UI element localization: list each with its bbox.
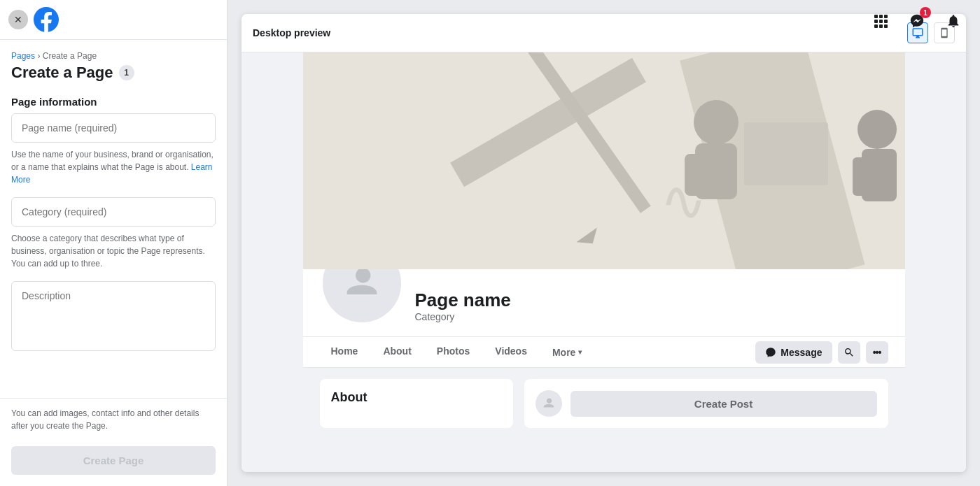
breadcrumb: Pages › Create a Page bbox=[11, 51, 216, 61]
svg-point-12 bbox=[694, 100, 738, 145]
search-icon bbox=[844, 347, 855, 358]
category-input[interactable] bbox=[11, 197, 216, 227]
svg-point-16 bbox=[858, 110, 897, 149]
close-icon: ✕ bbox=[14, 14, 22, 25]
breadcrumb-area: Pages › Create a Page Create a Page 1 bbox=[0, 40, 227, 85]
create-page-button[interactable]: Create Page bbox=[11, 446, 216, 475]
grid-menu-button[interactable] bbox=[868, 8, 893, 34]
svg-rect-2 bbox=[884, 15, 888, 18]
svg-rect-0 bbox=[874, 15, 878, 18]
page-info-row: Page name Category bbox=[303, 269, 905, 337]
more-chevron-icon: ▾ bbox=[578, 348, 582, 356]
nav-tab-about[interactable]: About bbox=[372, 337, 422, 367]
facebook-logo bbox=[34, 7, 59, 32]
create-post-avatar bbox=[536, 390, 562, 417]
breadcrumb-pages-link[interactable]: Pages bbox=[11, 51, 35, 61]
page-title: Create a Page bbox=[11, 64, 113, 82]
messenger-button[interactable]: 1 bbox=[904, 8, 930, 34]
fb-page-category: Category bbox=[415, 311, 511, 322]
create-post-button[interactable]: Create Post bbox=[570, 391, 877, 417]
svg-rect-5 bbox=[884, 20, 888, 23]
about-section: About Create Post bbox=[303, 368, 905, 439]
right-panel: Desktop preview bbox=[227, 0, 980, 486]
message-label: Message bbox=[780, 347, 822, 358]
bottom-info: You can add images, contact info and oth… bbox=[0, 398, 227, 441]
fb-page-name: Page name bbox=[415, 290, 511, 311]
notifications-button[interactable] bbox=[941, 8, 966, 34]
nav-tab-videos[interactable]: Videos bbox=[484, 337, 538, 367]
messenger-nav-icon bbox=[765, 347, 776, 358]
svg-text:∿: ∿ bbox=[660, 171, 707, 232]
form-area: Use the name of your business, brand or … bbox=[0, 113, 227, 398]
page-nav-tabs: Home About Photos Videos More ▾ bbox=[320, 337, 756, 367]
preview-content[interactable]: ∿ Page name Category bbox=[241, 52, 966, 472]
message-button[interactable]: Message bbox=[755, 341, 832, 364]
nav-tab-photos[interactable]: Photos bbox=[426, 337, 481, 367]
page-title-row: Create a Page 1 bbox=[11, 64, 216, 82]
cover-photo: ∿ bbox=[303, 52, 905, 269]
nav-tab-more[interactable]: More ▾ bbox=[541, 337, 593, 367]
left-panel: ✕ Pages › Create a Page Create a Page 1 … bbox=[0, 0, 227, 486]
cover-illustration: ∿ bbox=[303, 52, 905, 269]
page-name-input[interactable] bbox=[11, 113, 216, 143]
about-section-title: About bbox=[331, 390, 502, 405]
page-nav: Home About Photos Videos More ▾ bbox=[303, 337, 905, 368]
svg-rect-4 bbox=[879, 20, 883, 23]
svg-rect-3 bbox=[874, 20, 878, 23]
create-post-area: Create Post bbox=[536, 390, 877, 417]
avatar-placeholder-icon bbox=[541, 396, 556, 411]
search-nav-button[interactable] bbox=[838, 341, 860, 364]
preview-title: Desktop preview bbox=[253, 27, 330, 38]
notification-badge: 1 bbox=[119, 65, 134, 80]
more-dots-icon: ••• bbox=[873, 347, 881, 358]
page-name-hint: Use the name of your business, brand or … bbox=[11, 148, 216, 186]
svg-rect-8 bbox=[884, 24, 888, 28]
preview-container: Desktop preview bbox=[241, 14, 966, 472]
nav-tab-home[interactable]: Home bbox=[320, 337, 370, 367]
svg-rect-1 bbox=[879, 15, 883, 18]
page-nav-actions: Message ••• bbox=[755, 341, 888, 364]
more-options-button[interactable]: ••• bbox=[866, 341, 888, 364]
top-nav-icons: 1 bbox=[854, 0, 980, 42]
about-left-panel: About bbox=[320, 379, 513, 428]
category-hint: Choose a category that describes what ty… bbox=[11, 232, 216, 270]
svg-rect-6 bbox=[874, 24, 878, 28]
messenger-badge: 1 bbox=[920, 7, 931, 18]
top-bar: ✕ bbox=[0, 0, 227, 40]
section-label: Page information bbox=[0, 85, 227, 113]
svg-rect-18 bbox=[853, 157, 870, 196]
svg-rect-15 bbox=[744, 122, 828, 185]
fb-page-preview: ∿ Page name Category bbox=[303, 52, 905, 439]
description-input[interactable] bbox=[11, 281, 216, 351]
about-right-panel: Create Post bbox=[524, 379, 888, 428]
page-name-area: Page name Category bbox=[404, 290, 511, 325]
svg-rect-7 bbox=[879, 24, 883, 28]
close-button[interactable]: ✕ bbox=[8, 10, 28, 29]
